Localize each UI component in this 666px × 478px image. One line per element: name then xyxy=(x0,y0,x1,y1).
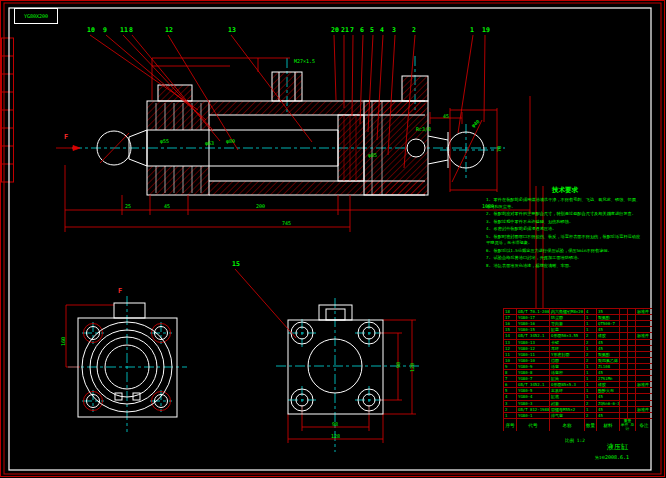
balloon-20: 20 xyxy=(331,26,339,34)
balloon-6: 6 xyxy=(360,26,364,34)
dim-label: 745 xyxy=(282,220,291,226)
note-line: 4. 各密封件装配前必须浸透液压油。 xyxy=(486,226,644,233)
dim-label: 160 xyxy=(60,337,66,346)
balloon-19: 19 xyxy=(482,26,490,34)
balloon-15: 15 xyxy=(232,260,240,268)
note-line: 5. 装配时密封圈唇口不得损伤、装反，活塞杆表面不得划伤，装配后活塞杆运动应平稳… xyxy=(486,234,644,247)
balloon-5: 5 xyxy=(370,26,374,34)
cad-viewport[interactable]: YG80X200 F F 技术要求 1. 零件在装配前必须用煤油清洗干净，不得有… xyxy=(0,0,666,478)
balloon-8: 8 xyxy=(129,26,133,34)
dim-label: 128 xyxy=(331,433,340,439)
dim-label: 98 xyxy=(395,362,401,368)
technical-requirements-title: 技术要求 xyxy=(486,186,644,195)
dim-label: 25 xyxy=(125,203,131,209)
dim-label: 128 xyxy=(409,363,415,372)
title-block: 比例 1:2 第1张 液压缸 2008.6.1 xyxy=(503,430,651,470)
dimension-lines xyxy=(56,58,543,443)
dim-label: φ85 xyxy=(368,152,377,158)
balloon-7: 7 xyxy=(350,26,354,34)
technical-requirements: 技术要求 1. 零件在装配前必须用煤油清洗干净，不得有毛刺、飞边、氧化皮、锈蚀、… xyxy=(486,186,644,270)
title-block-sheet: 第1张 xyxy=(595,455,605,460)
dim-label: 70 xyxy=(496,146,502,152)
section-hatch xyxy=(147,72,428,195)
balloon-13: 13 xyxy=(228,26,236,34)
note-line: 8. 油缸表面涂灰色油漆，标牌应清晰、牢固。 xyxy=(486,263,644,270)
note-line: 2. 装配前应对零件的主要配合尺寸，特别是过盈配合尺寸及相关精度进行复查。 xyxy=(486,211,644,218)
balloon-12: 12 xyxy=(165,26,173,34)
view-direction-arrow-label: F xyxy=(64,133,68,141)
note-line: 6. 装配后以1.5倍额定压力进行保压试验，保压5min不得有渗漏。 xyxy=(486,248,644,255)
balloon-3: 3 xyxy=(392,26,396,34)
balloon-2: 2 xyxy=(412,26,416,34)
drawing-number-box: YG80X200 xyxy=(14,8,58,24)
dim-label: φ80 xyxy=(226,138,235,144)
balloon-10: 10 xyxy=(87,26,95,34)
dim-label: 200 xyxy=(256,203,265,209)
balloon-11: 11 xyxy=(120,26,128,34)
balloon-9: 9 xyxy=(103,26,107,34)
title-block-name: 液压缸 xyxy=(607,442,628,452)
title-block-scale: 比例 1:2 xyxy=(565,438,585,443)
dim-label: φ63 xyxy=(205,140,214,146)
dim-label: φ55 xyxy=(160,138,169,144)
dim-label: 1080 xyxy=(482,203,494,209)
title-block-date: 2008.6.1 xyxy=(605,454,629,460)
dim-label: 45 xyxy=(443,113,449,119)
dim-label: M27×1.5 xyxy=(294,58,315,64)
dim-label: Rc3/8 xyxy=(416,126,431,132)
balloon-4: 4 xyxy=(380,26,384,34)
note-line: 7. 试验合格后将油口封堵，外露加工面涂防锈油。 xyxy=(486,255,644,262)
dim-label: 98 xyxy=(332,421,338,427)
f-view-label: F xyxy=(118,287,122,295)
balloon-21: 21 xyxy=(341,26,349,34)
dim-label: 45 xyxy=(164,203,170,209)
balloon-1: 1 xyxy=(470,26,474,34)
note-line: 1. 零件在装配前必须用煤油清洗干净，不得有毛刺、飞边、氧化皮、锈蚀、切屑、油污… xyxy=(486,197,644,210)
note-line: 3. 装配过程中零件不允许磕碰、划伤和锈蚀。 xyxy=(486,219,644,226)
